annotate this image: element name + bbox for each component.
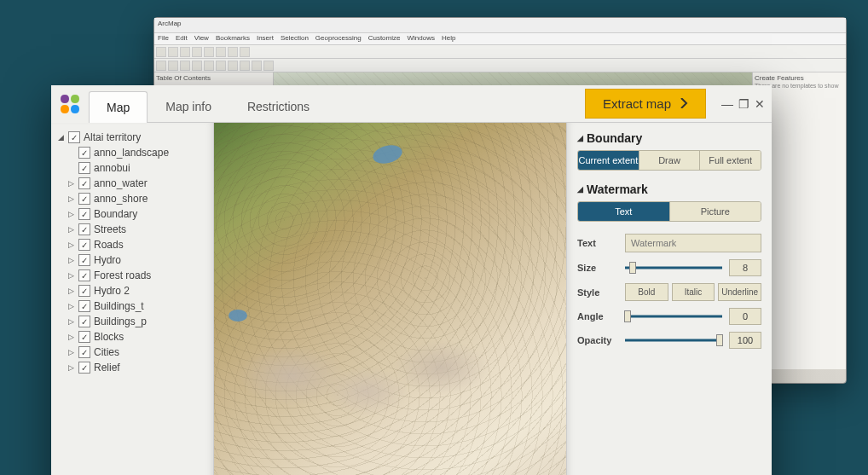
checkbox[interactable]: ✓ xyxy=(78,346,90,358)
toolbar-button[interactable] xyxy=(252,61,262,71)
toolbar-button[interactable] xyxy=(204,47,214,57)
toolbar-button[interactable] xyxy=(240,47,250,57)
toolbar-button[interactable] xyxy=(228,47,238,57)
watermark-tab-picture[interactable]: Picture xyxy=(669,202,761,221)
checkbox[interactable]: ✓ xyxy=(78,285,90,297)
boundary-section-header[interactable]: ◢ Boundary xyxy=(577,131,761,145)
toolbar-button[interactable] xyxy=(263,61,274,71)
checkbox[interactable]: ✓ xyxy=(78,223,90,235)
toolbar-button[interactable] xyxy=(228,61,238,71)
expand-icon[interactable]: ▷ xyxy=(67,287,75,295)
style-italic[interactable]: Italic xyxy=(672,283,715,301)
opacity-value[interactable]: 100 xyxy=(729,332,761,349)
toolbar-button[interactable] xyxy=(156,47,166,57)
style-underline[interactable]: Underline xyxy=(718,283,761,301)
expand-icon[interactable]: ▷ xyxy=(67,225,75,234)
tree-item[interactable]: ▷✓Buildings_t xyxy=(55,298,210,314)
tab-map-info[interactable]: Map info xyxy=(148,90,229,122)
checkbox[interactable]: ✓ xyxy=(78,193,90,205)
menu-edit[interactable]: Edit xyxy=(176,34,188,43)
tree-item[interactable]: ▷✓Blocks xyxy=(55,329,210,345)
watermark-tab-text[interactable]: Text xyxy=(578,202,669,221)
tree-item[interactable]: ▷✓Cities xyxy=(55,345,210,360)
minimize-icon[interactable]: — xyxy=(721,97,733,111)
menu-help[interactable]: Help xyxy=(442,34,455,43)
tree-item[interactable]: ✓ annobui xyxy=(55,160,210,176)
boundary-full-extent[interactable]: Full extent xyxy=(699,151,761,170)
toolbar-button[interactable] xyxy=(180,61,190,71)
toolbar-button[interactable] xyxy=(156,61,166,71)
style-label: Style xyxy=(577,287,618,298)
menu-customize[interactable]: Customize xyxy=(368,34,401,43)
tree-item[interactable]: ▷✓Forest roads xyxy=(55,268,210,283)
size-slider[interactable] xyxy=(625,261,722,275)
tree-item[interactable]: ▷✓Buildings_p xyxy=(55,314,210,329)
menu-selection[interactable]: Selection xyxy=(281,34,309,43)
tab-restrictions[interactable]: Restrictions xyxy=(229,90,327,122)
expand-icon[interactable]: ▷ xyxy=(67,302,75,310)
angle-value[interactable]: 0 xyxy=(729,308,761,325)
toolbar-button[interactable] xyxy=(204,61,214,71)
tree-item[interactable]: ▷✓Relief xyxy=(55,360,210,375)
checkbox[interactable]: ✓ xyxy=(78,300,90,312)
toolbar-button[interactable] xyxy=(192,61,202,71)
checkbox[interactable]: ✓ xyxy=(78,239,90,251)
tree-item[interactable]: ✓ anno_landscape xyxy=(55,145,210,160)
tree-item[interactable]: ▷✓anno_shore xyxy=(55,191,210,206)
style-bold[interactable]: Bold xyxy=(625,283,668,301)
boundary-current-extent[interactable]: Current extent xyxy=(578,151,639,170)
menu-bookmarks[interactable]: Bookmarks xyxy=(216,34,250,43)
toolbar-button[interactable] xyxy=(168,47,178,57)
toolbar-button[interactable] xyxy=(216,47,226,57)
tree-item[interactable]: ▷✓Hydro 2 xyxy=(55,283,210,298)
toolbar-button[interactable] xyxy=(216,61,226,71)
toolbar-button[interactable] xyxy=(168,61,178,71)
checkbox[interactable]: ✓ xyxy=(68,131,80,143)
tree-item[interactable]: ▷✓anno_water xyxy=(55,176,210,191)
expand-icon[interactable]: ▷ xyxy=(67,317,75,326)
checkbox[interactable]: ✓ xyxy=(78,147,90,159)
expand-icon[interactable]: ▷ xyxy=(67,333,75,341)
tab-map[interactable]: Map xyxy=(89,91,148,123)
boundary-draw[interactable]: Draw xyxy=(639,151,700,170)
extract-map-button[interactable]: Extract map xyxy=(585,89,706,119)
checkbox[interactable]: ✓ xyxy=(78,316,90,327)
menu-insert[interactable]: Insert xyxy=(257,34,274,43)
checkbox[interactable]: ✓ xyxy=(78,162,90,174)
tree-item[interactable]: ▷✓Streets xyxy=(55,222,210,237)
checkbox[interactable]: ✓ xyxy=(78,269,90,281)
menu-file[interactable]: File xyxy=(158,34,169,43)
toolbar-button[interactable] xyxy=(192,47,202,57)
menu-windows[interactable]: Windows xyxy=(407,34,434,43)
angle-slider[interactable] xyxy=(625,310,722,323)
tree-item[interactable]: ▷✓Boundary xyxy=(55,206,210,222)
expand-icon[interactable]: ▷ xyxy=(67,179,75,188)
tree-item[interactable]: ▷✓Hydro xyxy=(55,252,210,268)
watermark-text-input[interactable] xyxy=(625,234,761,252)
toolbar-button[interactable] xyxy=(180,47,190,57)
collapse-icon[interactable]: ◢ xyxy=(56,133,65,142)
tree-root[interactable]: ◢ ✓ Altai territory xyxy=(55,130,210,145)
opacity-slider[interactable] xyxy=(625,333,722,347)
checkbox[interactable]: ✓ xyxy=(78,254,90,266)
expand-icon[interactable]: ▷ xyxy=(67,348,75,356)
maximize-icon[interactable]: ❐ xyxy=(738,97,749,111)
expand-icon[interactable]: ▷ xyxy=(67,256,75,264)
checkbox[interactable]: ✓ xyxy=(78,177,90,189)
close-icon[interactable]: ✕ xyxy=(755,97,765,111)
size-value[interactable]: 8 xyxy=(729,259,761,276)
tree-item[interactable]: ▷✓Roads xyxy=(55,237,210,252)
checkbox[interactable]: ✓ xyxy=(78,208,90,220)
watermark-section-header[interactable]: ◢ Watermark xyxy=(577,182,761,196)
expand-icon[interactable]: ▷ xyxy=(67,240,75,249)
expand-icon[interactable]: ▷ xyxy=(67,363,75,372)
menu-geoprocessing[interactable]: Geoprocessing xyxy=(315,34,362,43)
expand-icon[interactable]: ▷ xyxy=(67,271,75,280)
menu-view[interactable]: View xyxy=(194,34,209,43)
checkbox[interactable]: ✓ xyxy=(78,331,90,343)
map-preview[interactable] xyxy=(213,123,567,475)
toolbar-button[interactable] xyxy=(240,61,250,71)
expand-icon[interactable]: ▷ xyxy=(67,210,75,218)
checkbox[interactable]: ✓ xyxy=(78,362,90,374)
expand-icon[interactable]: ▷ xyxy=(67,194,75,203)
